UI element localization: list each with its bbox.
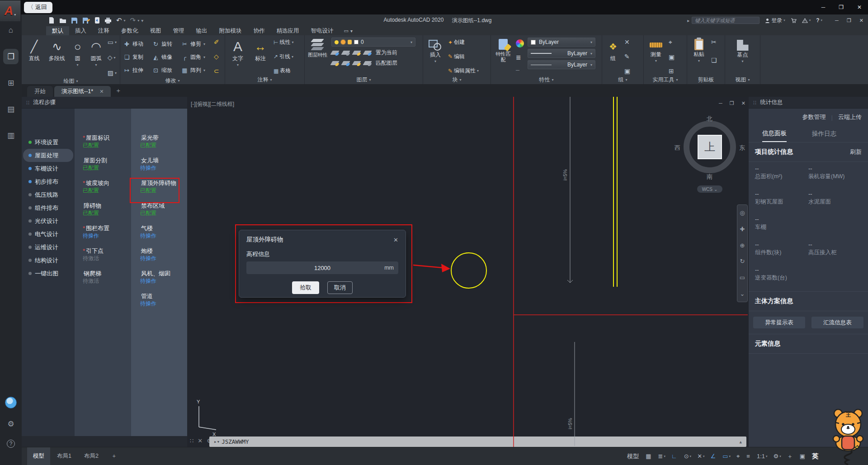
status-toggle-icon[interactable]: ⊙▾ [684,453,691,460]
sidebar-item-icon[interactable]: ⌂ [3,23,19,38]
modify-extra-icon[interactable]: ◇ [214,53,219,60]
ribbon-tab[interactable]: 智电设计 [305,26,340,35]
acad-close-icon[interactable]: ✕ [859,18,863,24]
ribbon-tab[interactable]: 默认 [46,26,69,35]
layout-tab[interactable]: ＋ [105,447,123,465]
lineweight-icon[interactable]: ≣ [516,54,524,61]
panel-label-groups[interactable]: 组▾ [602,76,643,84]
utility-tool-icon[interactable]: ▣ [669,53,675,61]
ribbon-tab[interactable]: 附加模块 [213,26,248,35]
line-button[interactable]: ╱直线 [25,38,43,62]
clipboard-tool-icon[interactable]: ✂ [711,38,717,46]
workflow-substep[interactable]: 气楼 待操作 [131,224,183,247]
insert-block-button[interactable]: 插入▾ [426,38,444,63]
utility-tool-icon[interactable]: ⊞ [669,67,675,75]
modify-tool-button[interactable]: ✚移动 [123,40,152,48]
workflow-substep[interactable]: *屋面标识 已配置 [75,134,127,157]
panel-label-view[interactable]: 视图▾ [725,76,760,84]
layer-tool-icon[interactable] [330,61,339,65]
circle-button[interactable]: ○圆▾ [71,38,85,67]
match-layer-button[interactable]: 匹配图层 [376,59,397,67]
modify-tool-button[interactable]: ↻旋转 [152,40,181,48]
layout-tab[interactable]: 布局2 [78,447,104,465]
open-folder-icon[interactable] [59,17,66,24]
ribbon-tab[interactable]: 注释 [92,26,115,35]
text-button[interactable]: A文字▾ [228,38,247,67]
compass-north[interactable]: 北 [707,115,712,123]
new-tab-button[interactable]: ＋ [115,87,121,95]
pick-button[interactable]: 拾取 [292,281,319,294]
dimension-button[interactable]: ↔标注 [251,38,270,62]
panel-label-properties[interactable]: 特性▾ [491,76,602,84]
modify-tool-button[interactable]: ✂修剪▾ [181,40,210,48]
wcs-dropdown[interactable]: WCS⌄ [697,185,722,193]
draw-tool-icon[interactable]: ▨▾ [108,69,117,76]
viewport-controls-label[interactable]: [-][俯视][二维线框] [191,100,234,108]
sidebar-item-icon[interactable]: ❐ [3,49,19,64]
status-toggle-icon[interactable]: 英 [812,452,819,460]
modify-extra-icon[interactable]: ⊂ [214,67,219,75]
edit-attributes-button[interactable]: ✎编辑属性▾ [448,67,479,75]
ribbon-tab[interactable]: 管理 [167,26,190,35]
abnormal-list-button[interactable]: 异常提示表 [753,317,805,328]
color-select[interactable]: ByLayer▾ [528,38,595,47]
ribbon-tab[interactable]: 精选应用 [271,26,305,35]
save-icon[interactable] [71,17,78,24]
doc-minimize-icon[interactable]: ─ [719,100,722,106]
settings-gear-icon[interactable]: ⚙ [7,419,14,429]
doc-close-icon[interactable]: ✕ [741,100,745,106]
workflow-stage-item[interactable]: 电气设计 [23,228,73,241]
status-toggle-icon[interactable]: ∠ [711,453,717,460]
panel-label-annotate[interactable]: 注释▾ [225,76,304,84]
plot-icon[interactable] [104,17,112,24]
sidebar-item-icon[interactable]: ▥ [3,128,19,143]
acad-restore-icon[interactable]: ❐ [847,18,851,24]
linetype-select[interactable]: ByLayer▾ [528,60,595,69]
nav-tool-icon[interactable]: ↻ [740,258,745,265]
paste-button[interactable]: 粘贴▾ [690,38,708,63]
status-toggle-icon[interactable]: ▦ [646,453,652,460]
back-button[interactable]: 〈 返回 [24,2,52,13]
layer-properties-button[interactable]: 图层特性 [308,38,328,58]
color-wheel-icon[interactable] [516,39,524,47]
layer-tool-icon[interactable] [352,61,361,65]
open-from-web-icon[interactable] [94,17,100,24]
combiner-info-button[interactable]: 汇流信息表 [811,317,863,328]
tab-current-drawing[interactable]: 演示图纸--1* ✕ [54,86,111,97]
workflow-stage-item[interactable]: 低压线路 [23,188,73,201]
ribbon-display-toggle[interactable]: ▭▾ [344,26,353,35]
elevation-input[interactable]: 12000 mm [246,261,398,274]
modify-tool-button[interactable]: ❏复制 [123,53,152,61]
ribbon-tab[interactable]: 参数化 [115,26,144,35]
layer-tool-icon[interactable] [363,51,372,55]
workflow-substep[interactable]: 屋顶外障碍物 已配置 [131,179,178,202]
status-toggle-icon[interactable]: ∟ [671,453,678,460]
workflow-stage-item[interactable]: 结构设计 [23,254,73,267]
refresh-link[interactable]: 刷新 [850,148,862,156]
status-toggle-icon[interactable]: ⚙▾ [774,453,781,460]
group-tool-icon[interactable]: ✕ [624,38,630,46]
workflow-substep[interactable]: 障碍物 已配置 [75,202,127,224]
dialog-close-icon[interactable]: ✕ [393,237,398,243]
app-store-icon[interactable] [791,18,797,23]
linetype-icon[interactable]: ┄ [516,67,524,74]
panel-label-block[interactable]: 块▾ [423,76,491,84]
modify-tool-button[interactable]: ↦拉伸 [123,66,152,74]
autocad-menu-button[interactable]: A▾ [0,0,21,21]
set-current-layer-button[interactable]: 置为当前 [376,49,397,57]
workflow-stage-item[interactable]: 环境设置 [23,136,73,149]
layout-tab[interactable]: 布局1 [51,447,77,465]
workflow-panel-header[interactable]: ⁞⁞ 流程步骤 [22,97,187,109]
workflow-stage-item[interactable]: 组件排布 [23,201,73,214]
current-layer-dropdown[interactable]: 0 ▾ [331,38,415,47]
annotate-tool-button[interactable]: ▦表格 [274,67,293,75]
compass-east[interactable]: 东 [739,144,745,152]
status-toggle-icon[interactable]: ≣▾ [658,453,665,460]
modify-tool-button[interactable]: ▦阵列▾ [181,66,210,74]
acad-minimize-icon[interactable]: ─ [835,18,839,24]
stats-tab[interactable]: 操作日志 [812,126,836,142]
doc-restore-icon[interactable]: ❐ [730,100,734,106]
status-toggle-icon[interactable]: 模型 [627,452,640,460]
status-toggle-icon[interactable]: 1:1▾ [757,453,768,460]
undo-icon[interactable]: ↶ [116,16,122,24]
